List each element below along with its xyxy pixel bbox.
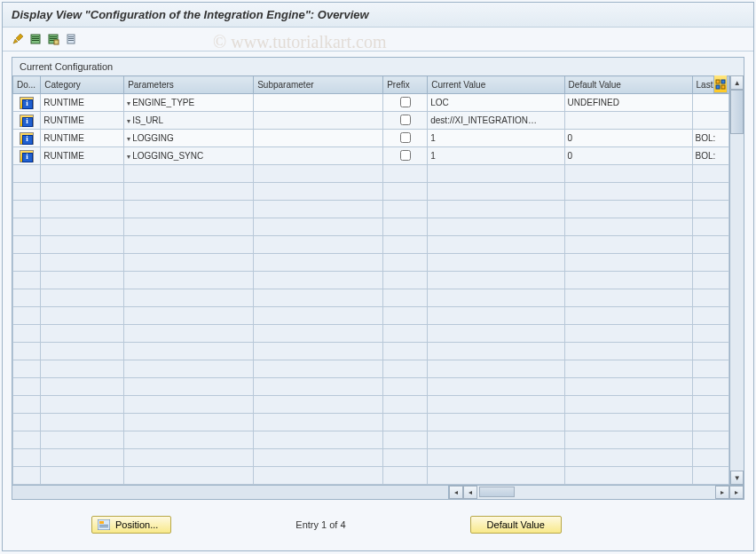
cell-subparameter[interactable] — [254, 147, 383, 165]
cell-default-value[interactable]: 0 — [564, 130, 692, 147]
cell-current-value[interactable]: LOC — [428, 94, 564, 112]
cell-default-value[interactable] — [564, 112, 692, 130]
svg-rect-11 — [68, 38, 74, 39]
col-prefix[interactable]: Prefix — [383, 76, 428, 94]
col-doc[interactable]: Do... — [13, 76, 41, 94]
prefix-checkbox[interactable] — [400, 97, 411, 107]
empty-row — [13, 272, 729, 289]
empty-row — [13, 165, 729, 183]
scroll-up-icon[interactable]: ▲ — [730, 75, 744, 90]
cell-prefix[interactable] — [383, 94, 428, 112]
col-default-value[interactable]: Default Value — [564, 76, 692, 94]
position-button[interactable]: Position... — [91, 516, 171, 534]
dropdown-icon[interactable]: ▾ — [127, 99, 130, 107]
cell-current-value[interactable]: 1 — [428, 147, 564, 165]
svg-rect-16 — [721, 85, 725, 89]
svg-rect-12 — [68, 40, 74, 41]
svg-rect-20 — [99, 526, 108, 527]
horizontal-scrollbar[interactable]: ◂ ◂ ▸ ▸ — [12, 485, 744, 499]
cell-last[interactable]: BOL: — [692, 147, 729, 165]
empty-row — [13, 236, 729, 254]
grid-panel: Current Configuration Do... Category Par… — [12, 57, 744, 500]
scroll-last-icon[interactable]: ▸ — [729, 486, 744, 499]
vscroll-thumb[interactable] — [730, 90, 744, 134]
svg-rect-1 — [32, 36, 39, 37]
cell-prefix[interactable] — [383, 112, 428, 130]
empty-row — [13, 218, 729, 236]
empty-row — [13, 307, 729, 325]
cell-parameters[interactable]: ▾ENGINE_TYPE — [124, 94, 254, 112]
select-all-icon[interactable] — [28, 31, 43, 47]
table-row[interactable]: RUNTIME ▾IS_URL dest://XI_INTEGRATION… — [13, 112, 729, 130]
table-settings-icon[interactable] — [713, 75, 728, 93]
prefix-checkbox[interactable] — [400, 115, 411, 125]
cell-subparameter[interactable] — [254, 130, 383, 147]
table-row[interactable]: RUNTIME ▾LOGGING_SYNC 1 0 BOL: — [13, 147, 729, 165]
svg-rect-10 — [68, 36, 74, 37]
deselect-all-icon[interactable] — [45, 31, 61, 47]
default-value-button[interactable]: Default Value — [470, 516, 562, 534]
cell-category[interactable]: RUNTIME — [41, 112, 124, 130]
cell-subparameter[interactable] — [254, 94, 383, 112]
hscroll-thumb[interactable] — [479, 487, 515, 497]
info-icon[interactable] — [20, 97, 34, 109]
table-row[interactable]: RUNTIME ▾LOGGING 1 0 BOL: — [13, 130, 729, 147]
empty-row — [13, 360, 729, 378]
prefix-checkbox[interactable] — [400, 132, 411, 143]
empty-row — [13, 183, 729, 201]
info-icon[interactable] — [20, 115, 34, 127]
empty-row — [13, 325, 729, 343]
hscroll-track[interactable] — [477, 486, 715, 499]
cell-parameters[interactable]: ▾LOGGING — [124, 130, 254, 147]
cell-last[interactable] — [692, 94, 729, 112]
info-icon[interactable] — [20, 132, 34, 145]
vscroll-track[interactable] — [730, 90, 744, 471]
col-subparameter[interactable]: Subparameter — [254, 76, 383, 94]
svg-rect-19 — [99, 525, 108, 526]
dropdown-icon[interactable]: ▾ — [127, 153, 130, 161]
scroll-first-icon[interactable]: ◂ — [449, 486, 463, 499]
svg-rect-14 — [721, 80, 725, 83]
cell-category[interactable]: RUNTIME — [41, 147, 124, 165]
footer-bar: Position... Entry 1 of 4 Default Value — [3, 500, 753, 550]
info-icon[interactable] — [20, 150, 34, 162]
empty-row — [13, 201, 729, 218]
col-category[interactable]: Category — [41, 76, 124, 94]
svg-rect-13 — [716, 80, 720, 83]
page-title: Display View "Configuration of the Integ… — [3, 3, 753, 28]
dropdown-icon[interactable]: ▾ — [127, 117, 130, 125]
table-row[interactable]: RUNTIME ▾ENGINE_TYPE LOC UNDEFINED — [13, 94, 729, 112]
prefix-checkbox[interactable] — [400, 150, 411, 161]
empty-row — [13, 254, 729, 272]
vertical-scrollbar[interactable]: ▲ ▼ — [729, 75, 744, 485]
scroll-left-icon[interactable]: ◂ — [463, 486, 477, 499]
entry-count-text: Entry 1 of 4 — [295, 519, 345, 530]
cell-prefix[interactable] — [383, 130, 428, 147]
cell-subparameter[interactable] — [254, 112, 383, 130]
cell-current-value[interactable]: dest://XI_INTEGRATION… — [428, 112, 564, 130]
scroll-down-icon[interactable]: ▼ — [730, 471, 744, 485]
cell-category[interactable]: RUNTIME — [41, 94, 124, 112]
col-parameters[interactable]: Parameters — [124, 76, 254, 94]
cell-last[interactable]: BOL: — [692, 130, 729, 147]
cell-last[interactable] — [692, 112, 729, 130]
cell-default-value[interactable]: UNDEFINED — [564, 94, 692, 112]
change-icon[interactable] — [10, 31, 26, 47]
svg-rect-3 — [32, 40, 39, 41]
svg-rect-15 — [716, 85, 720, 89]
svg-rect-2 — [32, 38, 39, 39]
cell-category[interactable]: RUNTIME — [41, 130, 124, 147]
cell-prefix[interactable] — [383, 147, 428, 165]
cell-current-value[interactable]: 1 — [428, 130, 564, 147]
print-icon[interactable] — [63, 31, 79, 47]
col-current-value[interactable]: Current Value — [428, 76, 564, 94]
table-header-row: Do... Category Parameters Subparameter P… — [13, 76, 729, 94]
dropdown-icon[interactable]: ▾ — [127, 135, 130, 143]
empty-row — [13, 289, 729, 307]
cell-default-value[interactable]: 0 — [564, 147, 692, 165]
cell-parameters[interactable]: ▾IS_URL — [124, 112, 254, 130]
scroll-right-icon[interactable]: ▸ — [715, 486, 729, 499]
position-icon — [98, 519, 110, 530]
svg-rect-5 — [50, 36, 57, 37]
cell-parameters[interactable]: ▾LOGGING_SYNC — [124, 147, 254, 165]
